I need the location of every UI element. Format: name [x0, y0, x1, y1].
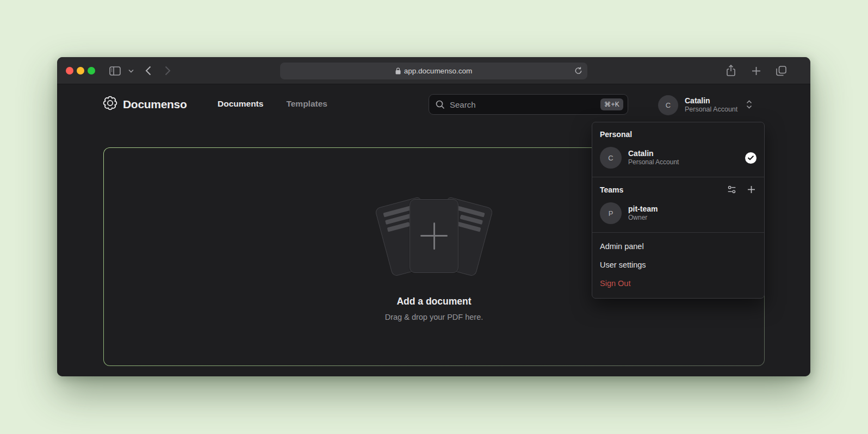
traffic-lights: [66, 67, 95, 75]
team-item[interactable]: P pit-team Owner: [592, 199, 764, 228]
url-text: app.documenso.com: [404, 67, 472, 75]
personal-section-label: Personal: [592, 128, 764, 143]
document-card-center: [410, 199, 458, 273]
page-content: Documenso Documents Templates Search ⌘+K…: [57, 85, 810, 376]
nav-documents[interactable]: Documents: [218, 99, 263, 109]
document-cards-illustration: [371, 193, 497, 284]
brand[interactable]: Documenso: [103, 96, 187, 113]
teams-section: Teams: [592, 177, 764, 232]
dropzone-subtitle: Drag & drop your PDF here.: [385, 313, 483, 321]
dropzone-title: Add a document: [396, 296, 471, 307]
brand-wordmark: Documenso: [123, 98, 187, 111]
app-header: Documenso Documents Templates Search ⌘+K…: [57, 85, 810, 123]
menu-item-user-settings[interactable]: User settings: [592, 256, 764, 274]
selected-check-icon: [745, 152, 757, 164]
browser-window: app.documenso.com: [57, 57, 810, 376]
account-name: Catalin: [685, 96, 737, 106]
menu-item-sign-out[interactable]: Sign Out: [592, 274, 764, 293]
teams-section-label: Teams: [600, 185, 716, 194]
account-avatar: C: [658, 95, 678, 115]
search-icon: [436, 100, 445, 109]
team-role: Owner: [628, 214, 757, 222]
zoom-window-button[interactable]: [88, 67, 95, 75]
personal-section: Personal C Catalin Personal Account: [592, 122, 764, 177]
personal-account-item[interactable]: C Catalin Personal Account: [592, 143, 764, 172]
documenso-logo-icon: [103, 96, 117, 113]
plus-icon: [420, 222, 448, 250]
nav-templates[interactable]: Templates: [286, 99, 327, 109]
sidebar-chevron-icon[interactable]: [125, 64, 138, 77]
back-button[interactable]: [141, 64, 154, 77]
personal-avatar: C: [600, 147, 622, 169]
team-name: pit-team: [628, 204, 757, 214]
personal-subtitle: Personal Account: [628, 158, 739, 167]
main-nav: Documents Templates: [218, 99, 327, 109]
search-input[interactable]: Search ⌘+K: [429, 94, 628, 115]
search-placeholder: Search: [450, 100, 600, 109]
personal-name: Catalin: [628, 148, 739, 158]
reload-icon[interactable]: [574, 66, 582, 77]
create-team-icon[interactable]: [747, 185, 755, 194]
menu-item-admin-panel[interactable]: Admin panel: [592, 237, 764, 256]
account-menu-button[interactable]: C Catalin Personal Account: [658, 95, 752, 115]
lock-icon: [395, 67, 401, 75]
new-tab-icon[interactable]: [749, 64, 762, 77]
account-dropdown-menu: Personal C Catalin Personal Account: [592, 122, 765, 299]
address-bar[interactable]: app.documenso.com: [280, 63, 587, 79]
share-icon[interactable]: [724, 64, 737, 77]
tab-overview-icon[interactable]: [774, 64, 788, 77]
manage-teams-icon[interactable]: [727, 185, 736, 194]
account-subtitle: Personal Account: [685, 106, 737, 114]
search-shortcut-badge: ⌘+K: [600, 98, 623, 110]
browser-titlebar: app.documenso.com: [57, 57, 810, 84]
chevron-up-down-icon: [746, 100, 752, 111]
team-avatar: P: [600, 202, 622, 224]
minimize-window-button[interactable]: [77, 67, 84, 75]
sidebar-toggle-icon[interactable]: [108, 64, 121, 77]
dropdown-actions: Admin panel User settings Sign Out: [592, 233, 764, 298]
close-window-button[interactable]: [66, 67, 73, 75]
forward-button[interactable]: [161, 64, 174, 77]
